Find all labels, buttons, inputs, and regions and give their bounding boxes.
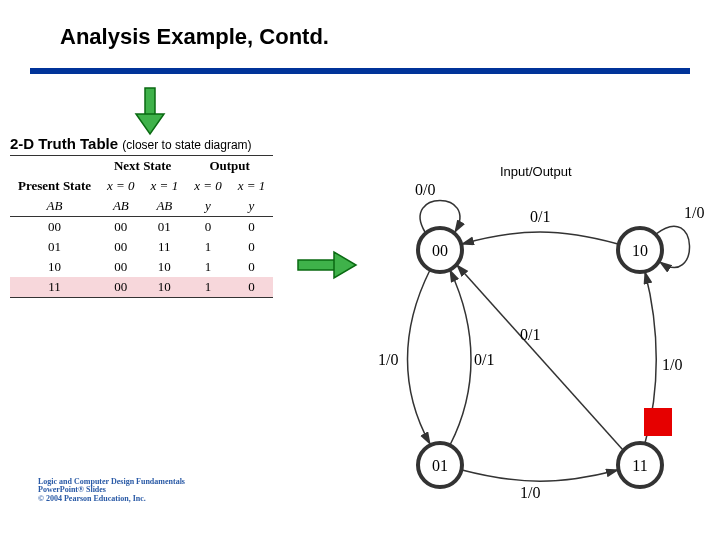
table-row-highlight: 11 00 10 1 0 [10, 277, 273, 298]
cell: 0 [230, 217, 274, 238]
th-ab2: AB [143, 196, 187, 217]
th-x0b: x = 0 [186, 176, 230, 196]
cell: 00 [99, 217, 143, 238]
cell: 11 [10, 277, 99, 298]
cell: 0 [186, 217, 230, 238]
cell: 01 [143, 217, 187, 238]
svg-marker-1 [136, 114, 164, 134]
slide-title: Analysis Example, Contd. [60, 24, 329, 50]
arrow-down-icon [132, 86, 168, 136]
th-x1b: x = 1 [230, 176, 274, 196]
th-next: Next State [99, 156, 186, 177]
state-00-label: 00 [432, 242, 448, 259]
cell: 0 [230, 277, 274, 298]
svg-rect-0 [145, 88, 155, 116]
th-output: Output [186, 156, 273, 177]
svg-rect-2 [298, 260, 336, 270]
th-ab: AB [10, 196, 99, 217]
th-ab1: AB [99, 196, 143, 217]
edge-00-loop: 0/0 [415, 181, 435, 198]
cell: 1 [186, 277, 230, 298]
th-present: Present State [10, 156, 99, 197]
cell: 00 [99, 277, 143, 298]
state-11-label: 11 [632, 457, 647, 474]
th-y1: y [186, 196, 230, 217]
table-row: 01 00 11 1 0 [10, 237, 273, 257]
edge-10-00: 0/1 [530, 208, 550, 225]
truth-table: Present State Next State Output x = 0 x … [10, 155, 273, 298]
cell: 00 [99, 257, 143, 277]
cell: 10 [143, 257, 187, 277]
cell: 0 [230, 257, 274, 277]
red-square-icon [644, 408, 672, 436]
state-10-label: 10 [632, 242, 648, 259]
cell: 00 [10, 217, 99, 238]
state-01-label: 01 [432, 457, 448, 474]
cell: 1 [186, 257, 230, 277]
cell: 00 [99, 237, 143, 257]
subtitle: 2-D Truth Table (closer to state diagram… [10, 135, 252, 152]
edge-11-10: 1/0 [662, 356, 682, 373]
cell: 1 [186, 237, 230, 257]
cell: 01 [10, 237, 99, 257]
io-label: Input/Output [500, 164, 572, 179]
title-underline [30, 68, 690, 74]
copyright-l3: © 2004 Pearson Education, Inc. [38, 495, 185, 504]
cell: 10 [143, 277, 187, 298]
arrow-right-icon [296, 250, 358, 280]
table-row: 10 00 10 1 0 [10, 257, 273, 277]
table-row: 00 00 01 0 0 [10, 217, 273, 238]
th-y2: y [230, 196, 274, 217]
copyright: Logic and Computer Design Fundamentals P… [38, 478, 185, 504]
cell: 11 [143, 237, 187, 257]
edge-10-loop: 1/0 [684, 204, 704, 221]
edge-00-01: 1/0 [378, 351, 398, 368]
subtitle-note: (closer to state diagram) [122, 138, 251, 152]
edge-01-00: 0/1 [474, 351, 494, 368]
edge-01-11: 1/0 [520, 484, 540, 501]
cell: 10 [10, 257, 99, 277]
cell: 0 [230, 237, 274, 257]
svg-marker-3 [334, 252, 356, 278]
edge-11-00: 0/1 [520, 326, 540, 343]
subtitle-main: 2-D Truth Table [10, 135, 118, 152]
state-diagram: 00 10 01 11 0/0 1/0 0/1 1/0 0/1 1/0 0/1 … [360, 180, 720, 510]
th-x0a: x = 0 [99, 176, 143, 196]
th-x1a: x = 1 [143, 176, 187, 196]
